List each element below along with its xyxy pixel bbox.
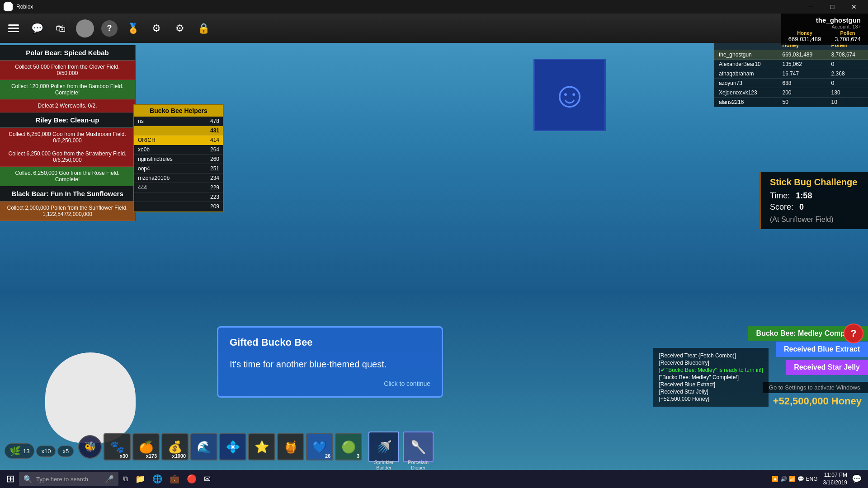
notification-center-button[interactable]: 💬 [849,472,864,486]
settings2-icon[interactable]: ⚙ [172,20,188,37]
systray-network-icon[interactable]: 📶 [789,476,796,482]
inv-item-blue[interactable]: 💠 [219,433,246,460]
helper-name: oop4 [134,164,198,174]
inv-item-x173[interactable]: 🍊x173 [132,433,160,460]
browser-button[interactable]: 🌐 [150,472,165,486]
account-info-panel: the_ghostgun Account: 13+ Honey 669,031,… [781,14,868,45]
leaderboard-cell: the_ghostgun [714,50,778,60]
helpers-row: oop4251 [134,164,223,174]
inv-item-wave[interactable]: 🌊 [190,433,217,460]
inv-item-26[interactable]: 💙26 [306,433,333,460]
leaderboard-row: Xejderxxcvk123200130 [714,88,868,98]
leaderboard-panel: HoneyPollenthe_ghostgun669,031,4893,708,… [714,41,868,107]
helpers-row: xo0b264 [134,145,223,155]
leaderboard-body: HoneyPollenthe_ghostgun669,031,4893,708,… [714,41,868,107]
leaderboard-row: azoyun736880 [714,79,868,88]
leaderboard-cell: athaqabraham [714,69,778,79]
systray-expand-icon[interactable]: 🔼 [772,476,778,482]
inv-item-honey[interactable]: 🍯 [277,433,304,460]
time-label: Time: [770,191,790,200]
helpers-table: ns478431ORICH414xo0b264nginstinctrules26… [134,117,223,211]
question-button[interactable]: ? [844,324,863,343]
file-explorer-button[interactable]: 📁 [132,472,148,486]
close-button[interactable]: ✕ [844,0,864,14]
maximize-button[interactable]: □ [822,0,843,14]
hamburger-menu-icon[interactable] [5,20,22,37]
bee-count-value: 13 [23,448,29,455]
shop-icon[interactable]: 🛍 [52,20,69,37]
taskbar: ⊞ 🔍 Type here to search 🎤 ⧉ 📁 🌐 💼 🔴 ✉ 🔼 … [0,470,868,488]
stick-bug-score: Score: 0 [770,202,859,212]
quest-panel: Polar Bear: Spiced KebabCollect 50,000 P… [0,45,136,221]
inv-item-x1000[interactable]: 💰x1000 [161,433,189,460]
helper-count: 234 [198,174,223,183]
systray-lang: ENG [806,476,818,482]
inv-item-wrap-sprinkler: 🚿 SprinklerBuilder [368,432,399,462]
leaderboard-cell: 2,368 [827,69,868,79]
inv-item-x30[interactable]: 🐾x30 [104,433,131,460]
inv-item-star[interactable]: ⭐ [248,433,275,460]
systray-volume-icon[interactable]: 🔊 [780,476,787,482]
helper-name: 444 [134,183,198,192]
leaderboard-cell: 0 [827,79,868,88]
start-button[interactable]: ⊞ [4,472,17,486]
leaderboard-table: HoneyPollenthe_ghostgun669,031,4893,708,… [714,41,868,107]
taskbar-date: 3/16/2019 [823,479,847,487]
dialog-text: It's time for another blue-themed quest. [230,357,430,371]
inventory-bar: 🌿 13 x10 x5 🐝 🐾x30 🍊x173 💰x1000 🌊 💠 ⭐ 🍯 … [0,433,868,469]
leaderboard-cell: AlexanderBear10 [714,60,778,69]
inv-item-bee[interactable]: 🐝 [78,435,102,459]
mail-button[interactable]: ✉ [201,472,213,486]
inv-item-wrap-honey: 🍯 [277,433,304,460]
systray-message-icon[interactable]: 💬 [797,476,804,482]
roblox-logo-icon [4,2,13,11]
leaderboard-cell: 669,031,489 [778,50,826,60]
hud-x10: x10 [36,446,56,457]
quest-section-title: Black Bear: Fun In The Sunflowers [0,186,135,202]
honey-value: 669,031,489 [788,36,821,42]
helper-count: 223 [198,192,223,202]
inv-count-x1000: x1000 [172,453,186,459]
lock-icon[interactable]: 🔒 [195,20,212,37]
inv-count-3: 3 [357,453,359,459]
pollen-stat: Pollen 3,708,674 [835,30,861,42]
inv-item-wrap-3: 🟢3 [335,433,362,460]
taskview-button[interactable]: ⧉ [120,472,131,486]
inv-item-sprinkler[interactable]: 🚿 [368,432,399,462]
dialog-continue-button[interactable]: Click to continue [230,380,430,387]
helper-name: ns [134,117,198,126]
honey-stat: Honey 669,031,489 [788,30,821,42]
chat-icon[interactable]: 💬 [29,20,45,37]
chat-entry: ["Bucko Bee: Medley" Complete!] [659,374,763,380]
roblox-taskbar-button[interactable]: 🔴 [184,472,199,486]
quest-item: Collect 6,250,000 Goo from the Rose Fiel… [0,167,135,186]
stick-bug-title: Stick Bug Challenge [770,177,859,188]
settings-icon[interactable]: ⚙ [148,20,165,37]
inv-item-wrap-bee: 🐝 [78,435,102,459]
inv-item-wrap-porcelain-dipper: 🥄 PorcelainDipper [403,432,434,462]
account-level: Account: 13+ [788,24,861,29]
inv-item-wrap-star: ⭐ [248,433,275,460]
windows-store-button[interactable]: 💼 [167,472,182,486]
microphone-icon[interactable]: 🎤 [105,475,114,483]
search-bar[interactable]: 🔍 Type here to search 🎤 [19,472,118,486]
inv-item-porcelain-dipper[interactable]: 🥄 [403,432,434,462]
inventory-icon[interactable]: 🏅 [125,20,141,37]
notif-blue-extract: Received Blue Extract [776,342,868,357]
helper-count: 229 [198,183,223,192]
chat-entry: [✔ "Bucko Bee: Medley" is ready to turn … [659,367,763,373]
helper-name: ORICH [134,136,198,145]
chat-entries: [Received Treat (Fetch Combo)][Received … [659,352,763,402]
profile-icon[interactable] [76,19,94,38]
leaderboard-cell: alans2216 [714,98,778,107]
minimize-button[interactable]: ─ [800,0,821,14]
help-icon[interactable]: ? [101,20,118,37]
dialog-box[interactable]: Gifted Bucko Bee It's time for another b… [217,326,443,398]
helper-count: 431 [198,126,223,136]
inv-item-wrap-x30: 🐾x30 [104,433,131,460]
time-value: 1:58 [796,191,812,200]
score-value: 0 [799,202,804,211]
quest-item: Collect 6,250,000 Goo from the Strawberr… [0,147,135,167]
helper-name: rrizona2010b [134,174,198,183]
inv-item-3[interactable]: 🟢3 [335,433,362,460]
